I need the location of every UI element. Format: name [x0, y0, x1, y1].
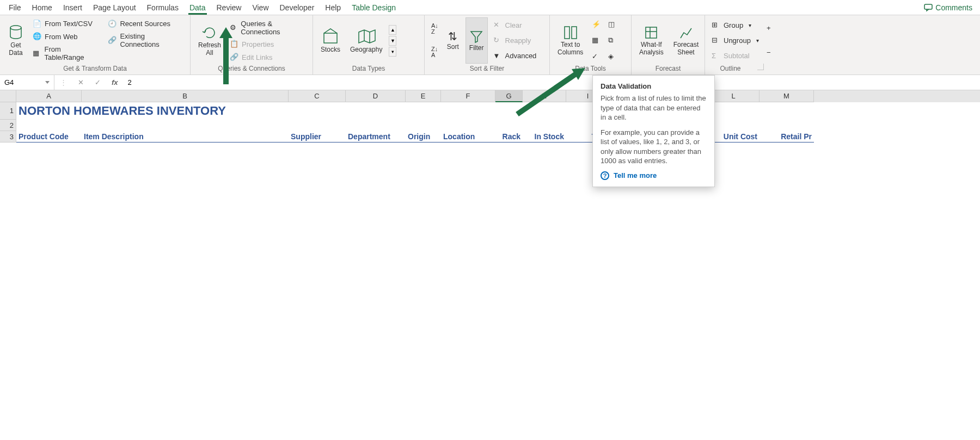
formula-input[interactable]: 2: [124, 78, 980, 86]
group-label-outline: Outline: [720, 64, 740, 72]
column-header-C[interactable]: C: [289, 90, 346, 102]
refresh-all-button[interactable]: Refresh All: [195, 17, 224, 64]
datatype-down-button[interactable]: ▼: [389, 36, 396, 46]
cell[interactable]: [289, 120, 346, 131]
tab-review[interactable]: Review: [211, 1, 247, 14]
group-button[interactable]: ⊞Group▾: [709, 20, 761, 30]
hide-detail-button[interactable]: −: [764, 47, 777, 58]
ungroup-button[interactable]: ⊟Ungroup▾: [709, 35, 761, 46]
tab-page-layout[interactable]: Page Layout: [88, 1, 142, 14]
tab-help[interactable]: Help: [320, 1, 346, 14]
show-detail-icon: +: [767, 24, 775, 33]
cell[interactable]: In Stock: [523, 131, 566, 142]
column-header-B[interactable]: B: [82, 90, 289, 102]
globe-icon: 🌐: [33, 32, 41, 41]
consolidate-button[interactable]: ◫: [606, 19, 619, 30]
cell[interactable]: Location: [441, 131, 495, 142]
select-all-corner[interactable]: [0, 90, 16, 102]
what-if-analysis-button[interactable]: What-If Analysis: [636, 17, 667, 64]
tell-me-more-link[interactable]: ? Tell me more: [601, 171, 707, 180]
cell[interactable]: Department: [346, 131, 406, 142]
cell[interactable]: Retail Pr: [759, 131, 814, 142]
cell[interactable]: Supplier: [289, 131, 346, 142]
cancel-formula-button[interactable]: ✕: [72, 78, 89, 86]
from-table-range-button[interactable]: ▦From Table/Range: [30, 44, 102, 63]
cell[interactable]: Origin: [406, 131, 441, 142]
cell[interactable]: [759, 102, 814, 120]
tab-insert[interactable]: Insert: [58, 1, 88, 14]
get-data-button[interactable]: Get Data: [4, 17, 27, 64]
cell[interactable]: [495, 120, 523, 131]
datatype-more-button[interactable]: ▾: [389, 47, 396, 57]
tab-view[interactable]: View: [247, 1, 274, 14]
advanced-filter-button[interactable]: ▼Advanced: [491, 51, 539, 61]
cell[interactable]: Rack: [495, 131, 523, 142]
column-header-G[interactable]: G: [495, 90, 523, 102]
datatype-up-button[interactable]: ▲: [389, 25, 396, 35]
recent-sources-button[interactable]: 🕘Recent Sources: [106, 18, 186, 29]
sort-desc-button[interactable]: Z↓A: [429, 45, 440, 59]
name-box[interactable]: G4: [0, 75, 54, 90]
sort-button[interactable]: ⇅ Sort: [444, 17, 462, 64]
tab-formulas[interactable]: Formulas: [142, 1, 184, 14]
column-header-H[interactable]: H: [523, 90, 566, 102]
data-model-button[interactable]: ◈: [606, 51, 619, 62]
formula-bar: G4 ⋮ ✕ ✓ fx 2: [0, 75, 980, 90]
text-to-columns-button[interactable]: Text to Columns: [554, 17, 586, 64]
cell[interactable]: Product Code: [16, 131, 82, 142]
tab-data[interactable]: Data: [184, 1, 211, 14]
data-validation-button[interactable]: ✓: [590, 51, 603, 62]
cell[interactable]: [82, 120, 289, 131]
row-header[interactable]: 1: [0, 102, 16, 120]
comments-button[interactable]: Comments: [920, 3, 977, 12]
worksheet-grid[interactable]: ABCDEFGHIJKLM 1NORTON HOMEWARES INVENTOR…: [0, 90, 980, 142]
row-header[interactable]: 3: [0, 131, 16, 142]
cell[interactable]: [708, 120, 759, 131]
queries-connections-button[interactable]: ⚙Queries & Connections: [228, 18, 308, 37]
column-header-D[interactable]: D: [346, 90, 406, 102]
forecast-sheet-button[interactable]: Forecast Sheet: [670, 17, 702, 64]
relationships-button[interactable]: ⧉: [606, 35, 619, 46]
column-header-L[interactable]: L: [708, 90, 759, 102]
cell[interactable]: Item Description: [82, 131, 289, 142]
fx-icon[interactable]: fx: [106, 78, 124, 86]
cell[interactable]: [759, 120, 814, 131]
cell[interactable]: [16, 120, 82, 131]
cell[interactable]: Unit Cost: [708, 131, 759, 142]
cell[interactable]: [441, 102, 495, 120]
cell[interactable]: [523, 102, 566, 120]
column-header-M[interactable]: M: [759, 90, 814, 102]
from-text-csv-button[interactable]: 📄From Text/CSV: [30, 18, 102, 29]
outline-dialog-launcher[interactable]: [757, 64, 764, 70]
tab-table-design[interactable]: Table Design: [346, 1, 401, 14]
file-icon: 📄: [33, 20, 41, 28]
cell[interactable]: [346, 102, 406, 120]
remove-duplicates-button[interactable]: ▦: [590, 35, 603, 46]
cell[interactable]: [441, 120, 495, 131]
from-web-button[interactable]: 🌐From Web: [30, 31, 102, 42]
cell[interactable]: [289, 102, 346, 120]
stocks-button[interactable]: Stocks: [317, 27, 344, 54]
column-header-A[interactable]: A: [16, 90, 82, 102]
cell[interactable]: NORTON HOMEWARES INVENTORY: [16, 102, 82, 120]
cell[interactable]: [495, 102, 523, 120]
sort-asc-button[interactable]: A↓Z: [429, 22, 440, 36]
cell[interactable]: [523, 120, 566, 131]
row-header[interactable]: 2: [0, 120, 16, 131]
column-header-F[interactable]: F: [441, 90, 495, 102]
cell[interactable]: [82, 102, 289, 120]
filter-button[interactable]: Filter: [465, 17, 488, 64]
tab-file[interactable]: File: [3, 1, 27, 14]
cell[interactable]: [406, 102, 441, 120]
accept-formula-button[interactable]: ✓: [89, 78, 106, 86]
existing-connections-button[interactable]: 🔗Existing Connections: [106, 31, 186, 49]
tab-home[interactable]: Home: [27, 1, 58, 14]
column-header-E[interactable]: E: [406, 90, 441, 102]
flash-fill-button[interactable]: ⚡: [590, 19, 603, 30]
cell[interactable]: [708, 102, 759, 120]
show-detail-button[interactable]: +: [764, 23, 777, 34]
tab-developer[interactable]: Developer: [274, 1, 320, 14]
geography-button[interactable]: Geography: [347, 27, 385, 54]
cell[interactable]: [346, 120, 406, 131]
cell[interactable]: [406, 120, 441, 131]
